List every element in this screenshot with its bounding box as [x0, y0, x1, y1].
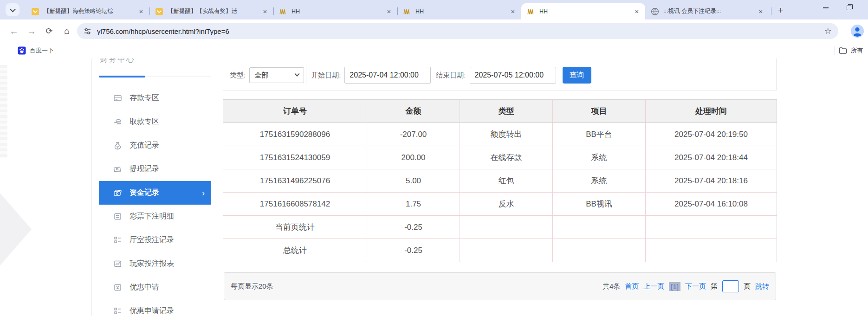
- table-row: 17516314962250765.00红包系统2025-07-04 20:18…: [223, 169, 777, 193]
- page-content: 财务中心 存款专区 取款专区 充值记录 提现记录 资金记录: [0, 58, 868, 316]
- divider: [431, 65, 431, 85]
- bookmark-baidu[interactable]: 百度一下: [14, 45, 58, 57]
- sidebar-header: 财务中心: [99, 58, 211, 77]
- browser-tab-3[interactable]: HH ×: [273, 3, 397, 19]
- bookmark-label: 百度一下: [30, 46, 54, 55]
- tab-title: :::视讯 会员下注纪录:::: [663, 7, 757, 15]
- home-button[interactable]: ⌂: [59, 24, 74, 39]
- sidebar-item-deposit-zone[interactable]: 存款专区: [99, 86, 211, 110]
- col-order-no: 订单号: [223, 100, 367, 123]
- all-bookmarks[interactable]: 所有: [835, 45, 863, 57]
- close-icon[interactable]: ×: [509, 8, 517, 15]
- window-minimize-button[interactable]: [815, 0, 836, 16]
- sidebar-item-funds-record[interactable]: 资金记录 ›: [99, 181, 211, 205]
- address-bar[interactable]: yl756.com/hhcp/usercenter.html?iniType=6…: [77, 23, 838, 39]
- type-label: 类型:: [230, 71, 246, 80]
- list-icon: [113, 236, 122, 245]
- browser-tab-2[interactable]: 【新提醒】【实战有奖】活 ×: [149, 3, 273, 19]
- watermark-texture: [0, 65, 7, 158]
- sidebar-item-promo-apply-record[interactable]: 优惠申请记录: [99, 299, 211, 316]
- reload-button[interactable]: ⟳: [42, 24, 57, 39]
- chart-report-icon: [113, 259, 122, 269]
- funds-record-icon: [113, 188, 122, 198]
- sidebar-item-withdraw-record[interactable]: 提现记录: [99, 157, 211, 181]
- close-icon[interactable]: ×: [385, 8, 393, 15]
- tab-title: HH: [415, 8, 509, 15]
- list-icon: [113, 307, 122, 316]
- sidebar-item-lottery-bet-detail[interactable]: 彩票下注明细: [99, 205, 211, 228]
- withdraw-hand-icon: [113, 117, 122, 127]
- close-icon[interactable]: ×: [137, 8, 145, 15]
- tab-title: HH: [539, 8, 633, 15]
- type-select[interactable]: 全部: [249, 67, 304, 83]
- page-jump-input[interactable]: [722, 280, 739, 292]
- section-divider: [91, 58, 92, 316]
- browser-tab-6[interactable]: :::视讯 会员下注纪录::: ×: [645, 3, 769, 19]
- next-page-link[interactable]: 下一页: [685, 282, 706, 291]
- close-icon[interactable]: ×: [633, 8, 641, 15]
- tab-separator: [397, 7, 398, 15]
- window-restore-button[interactable]: [838, 0, 860, 16]
- divider: [835, 46, 835, 55]
- close-icon[interactable]: ×: [757, 8, 764, 15]
- jump-button[interactable]: 跳转: [755, 282, 769, 291]
- funds-record-table: 订单号 金额 类型 项目 处理时间 1751631590288096-207.0…: [223, 99, 777, 262]
- browser-tab-1[interactable]: 【新提醒】海燕策略论坛综 ×: [26, 3, 149, 19]
- prev-page-link[interactable]: 上一页: [643, 282, 664, 291]
- deposit-card-icon: [113, 94, 122, 103]
- sidebar-finance-menu: 财务中心 存款专区 取款专区 充值记录 提现记录 资金记录: [99, 58, 211, 316]
- bookmark-star-icon[interactable]: ☆: [824, 26, 832, 36]
- table-row: 17516166085781421.75反水BB视讯2025-07-04 16:…: [223, 193, 777, 216]
- sidebar-title: 财务中心: [100, 58, 135, 64]
- query-button[interactable]: 查询: [563, 67, 591, 84]
- back-button[interactable]: ←: [6, 24, 21, 39]
- bookmarks-bar: 百度一下 所有: [0, 43, 868, 58]
- new-tab-button[interactable]: +: [774, 4, 787, 17]
- document-list-icon: [113, 212, 122, 221]
- start-date-label: 开始日期:: [311, 71, 341, 80]
- browser-tab-5-active[interactable]: HH ×: [521, 3, 645, 19]
- browser-tab-4[interactable]: HH ×: [397, 3, 521, 19]
- start-date-input[interactable]: [344, 67, 431, 84]
- tab-search-button[interactable]: [6, 3, 19, 16]
- gold-wave-icon: [279, 7, 287, 16]
- money-bag-icon: [113, 141, 122, 150]
- current-page-indicator[interactable]: [1]: [669, 282, 680, 291]
- browser-tab-strip: 【新提醒】海燕策略论坛综 × 【新提醒】【实战有奖】活 × HH × HH × …: [0, 0, 868, 19]
- all-bookmarks-label: 所有: [851, 46, 863, 55]
- col-amount: 金额: [367, 100, 460, 123]
- chevron-down-icon: [295, 71, 300, 77]
- baidu-icon: [18, 46, 26, 55]
- table-header-row: 订单号 金额 类型 项目 处理时间: [223, 100, 777, 123]
- funds-record-panel: 类型: 全部 开始日期: 结束日期: 查询 订单号 金额 类: [223, 58, 777, 316]
- end-date-label: 结束日期:: [436, 71, 466, 80]
- table-row-page-total: 当前页统计-0.25: [223, 216, 777, 239]
- browser-toolbar: ← → ⟳ ⌂ yl756.com/hhcp/usercenter.html?i…: [0, 19, 868, 43]
- sidebar-item-hall-bet-record[interactable]: 厅室投注记录: [99, 228, 211, 252]
- gold-wave-icon: [527, 7, 535, 16]
- table-row-grand-total: 总统计-0.25: [223, 239, 777, 262]
- globe-icon: [651, 7, 659, 16]
- tab-title: HH: [291, 8, 385, 15]
- chevron-down-icon: [10, 6, 16, 12]
- tab-title: 【新提醒】海燕策略论坛综: [44, 7, 137, 15]
- forward-button[interactable]: →: [24, 24, 39, 39]
- profile-avatar[interactable]: [850, 24, 864, 38]
- per-page-label: 每页显示20条: [231, 282, 273, 291]
- sidebar-item-recharge-record[interactable]: 充值记录: [99, 134, 211, 157]
- table-row: 1751631524130059200.00在线存款系统2025-07-04 2…: [223, 146, 777, 169]
- sidebar-item-promo-apply[interactable]: 优惠申请: [99, 276, 211, 299]
- folder-icon: [839, 47, 847, 54]
- filter-bar: 类型: 全部 开始日期: 结束日期: 查询: [223, 58, 777, 90]
- coupon-icon: [113, 283, 122, 292]
- end-date-input[interactable]: [470, 67, 556, 84]
- mail-icon: [31, 7, 39, 16]
- sidebar-item-player-bet-report[interactable]: 玩家投注报表: [99, 252, 211, 276]
- close-icon[interactable]: ×: [261, 8, 269, 15]
- sidebar-item-withdraw-zone[interactable]: 取款专区: [99, 110, 211, 134]
- tab-title: 【新提醒】【实战有奖】活: [168, 7, 261, 15]
- chevron-right-icon: ›: [202, 189, 205, 197]
- col-project: 项目: [553, 100, 646, 123]
- first-page-link[interactable]: 首页: [625, 282, 639, 291]
- site-settings-icon: [84, 27, 91, 35]
